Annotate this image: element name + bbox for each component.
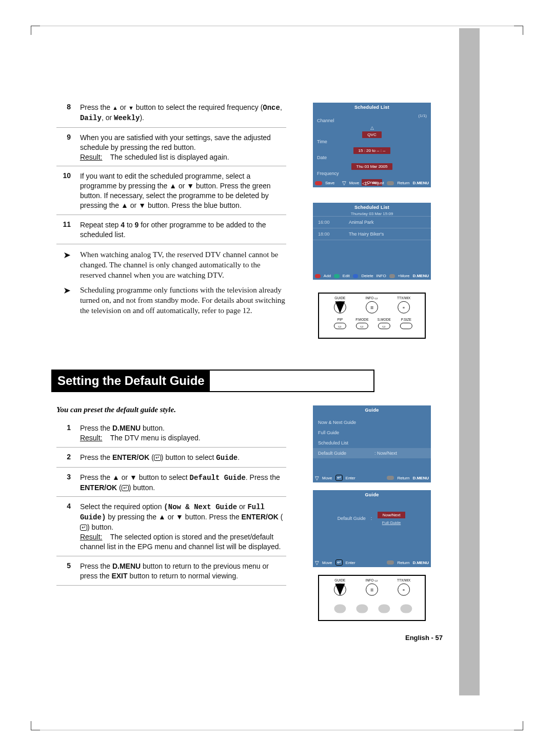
step-text: Press the or button to select the requir…	[80, 103, 285, 123]
svg-text:▭: ▭	[360, 324, 364, 328]
svg-text:GUIDE: GUIDE	[334, 578, 346, 582]
svg-text:☰: ☰	[370, 588, 373, 592]
svg-text:TTX/MIX: TTX/MIX	[397, 578, 411, 582]
step-10: 10 If you want to edit the scheduled pro…	[56, 171, 286, 210]
step-text: If you want to edit the scheduled progra…	[80, 171, 285, 210]
note-2: Scheduling programme only functions with…	[56, 285, 286, 316]
step-text: Repeat step 4 to 9 for other programme t…	[80, 220, 285, 240]
svg-rect-30	[356, 604, 368, 613]
screenshot-title: Guide	[313, 490, 431, 499]
svg-text:INFO ▭: INFO ▭	[366, 296, 379, 300]
step-text: When you are satisfied with your setting…	[80, 133, 285, 162]
svg-text:P.MODE: P.MODE	[355, 318, 369, 321]
menu-row: Default Guide: Now/Next	[313, 448, 431, 458]
step-4: 4 Select the required option (Now & Next…	[56, 502, 286, 551]
step-2: 2 Press the ENTER/OK () button to select…	[56, 453, 286, 463]
step-number: 8	[56, 103, 71, 111]
enter-icon	[122, 485, 129, 491]
menu-row: Now & Next Guide	[313, 417, 431, 428]
option-now-next: Now/Next	[378, 512, 406, 518]
list-item: 16:00Animal Park	[313, 216, 431, 228]
screenshot-scheduled-list: Scheduled List Thursday 03 Mar 15:09 16:…	[313, 203, 431, 280]
screenshot-title: Scheduled List	[313, 103, 431, 111]
step-5: 5 Press the D.MENU button to return to t…	[56, 561, 286, 581]
svg-text:INFO ▭: INFO ▭	[366, 578, 379, 582]
page-footer: English - 57	[405, 634, 443, 642]
svg-text:GUIDE: GUIDE	[334, 296, 346, 300]
step-number: 9	[56, 133, 71, 141]
svg-text:S.MODE: S.MODE	[378, 318, 391, 321]
menu-row: Scheduled List	[313, 438, 431, 448]
steps-upper: 8 Press the or button to select the requ…	[56, 103, 286, 316]
pointer-icon	[56, 249, 71, 261]
intro-text: You can preset the default guide style.	[56, 405, 176, 414]
svg-text:P.SIZE: P.SIZE	[401, 318, 412, 321]
screenshot-footer: Add Edit Delete INFO +More D.MENU	[313, 272, 431, 280]
enter-icon	[80, 525, 87, 531]
step-text: Press the ▲ or ▼ button to select Defaul…	[80, 473, 285, 493]
svg-text:▭: ▭	[338, 324, 342, 328]
step-text: Press the ENTER/OK () button to select G…	[80, 453, 285, 463]
svg-text:☰: ☰	[370, 306, 373, 309]
svg-rect-19	[400, 323, 412, 328]
section-title-text: Setting the Default Guide	[52, 371, 210, 391]
screenshot-footer: Move Enter Return D.MENU	[313, 558, 431, 567]
hairline-top	[40, 26, 514, 26]
step-text: Press the D.MENU button to return to the…	[80, 561, 285, 581]
svg-text:≡: ≡	[403, 588, 405, 592]
step-number: 4	[56, 502, 71, 510]
step-text: Select the required option (Now & Next G…	[80, 502, 285, 551]
note-text: Scheduling programme only functions with…	[80, 285, 285, 316]
svg-text:▭: ▭	[382, 324, 386, 328]
note-text: When watching analog TV, the reserved DT…	[80, 249, 285, 281]
remote-diagram-1: GUIDE INFO ▭ TTX/MIX ☰ ≡ PIPP.MODES.MODE…	[318, 293, 426, 339]
step-number: 10	[56, 171, 71, 180]
svg-text:TTX/MIX: TTX/MIX	[397, 296, 411, 300]
enter-icon	[154, 455, 161, 461]
screenshot-guide-option: Guide Default Guide: Now/Next Full Guide…	[313, 490, 431, 567]
steps-lower: 1 Press the D.MENU button. Result: The D…	[56, 423, 286, 591]
list-item: 18:00The Hairy Biker's	[313, 228, 431, 240]
step-number: 3	[56, 473, 71, 481]
pointer-icon	[56, 285, 71, 296]
svg-rect-29	[334, 604, 346, 613]
svg-rect-31	[378, 604, 390, 613]
step-text: Press the D.MENU button. Result: The DTV…	[80, 423, 285, 443]
option-full-guide: Full Guide	[377, 519, 406, 526]
svg-text:PIP: PIP	[338, 318, 343, 321]
step-number: 5	[56, 561, 71, 570]
hairline-bottom	[40, 730, 514, 730]
screenshot-footer: Save Move ◁▷Adjust Return D.MENU	[313, 179, 431, 187]
note-1: When watching analog TV, the reserved DT…	[56, 249, 286, 281]
step-9: 9 When you are satisfied with your setti…	[56, 133, 286, 162]
section-heading: Setting the Default Guide	[51, 370, 374, 392]
step-number: 1	[56, 423, 71, 432]
step-1: 1 Press the D.MENU button. Result: The D…	[56, 423, 286, 443]
screenshot-guide-menu: Guide Now & Next GuideFull GuideSchedule…	[313, 405, 431, 482]
step-11: 11 Repeat step 4 to 9 for other programm…	[56, 220, 286, 240]
remote-diagram-2: GUIDE INFO ▭ TTX/MIX ☰ ≡	[318, 575, 426, 621]
svg-rect-32	[400, 604, 412, 613]
step-number: 2	[56, 453, 71, 461]
screenshot-footer: Move Enter Return D.MENU	[313, 473, 431, 482]
gray-side-band	[459, 28, 480, 695]
step-8: 8 Press the or button to select the requ…	[56, 103, 286, 123]
screenshot-scheduled-edit: Scheduled List (1/1) Channel QVC Time 15…	[313, 103, 431, 187]
screenshot-title: Scheduled List	[313, 203, 431, 211]
step-3: 3 Press the ▲ or ▼ button to select Defa…	[56, 473, 286, 493]
screenshot-title: Guide	[313, 405, 431, 414]
step-number: 11	[56, 220, 71, 228]
menu-row: Full Guide	[313, 428, 431, 438]
svg-text:≡: ≡	[403, 306, 405, 309]
